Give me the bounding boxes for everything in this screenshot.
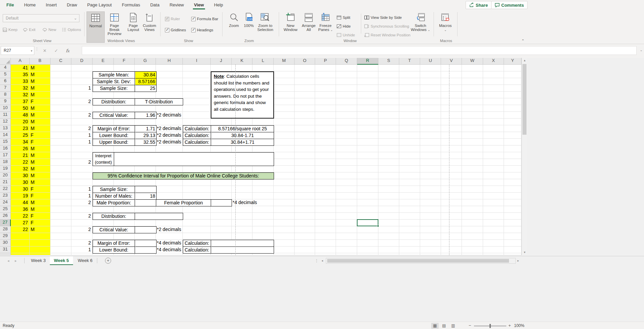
cell-T29[interactable] [399, 233, 420, 240]
cell-T32[interactable] [399, 253, 420, 255]
cell-V13[interactable] [441, 125, 462, 132]
cell-O5[interactable] [295, 71, 315, 78]
cell-T15[interactable] [399, 139, 420, 145]
cell-B10[interactable]: M [30, 105, 50, 112]
name-box-dropdown-icon[interactable]: ▾ [31, 47, 32, 55]
cell-W16[interactable] [462, 145, 483, 152]
cell-Q12[interactable] [336, 119, 357, 125]
cell-Q9[interactable] [336, 98, 357, 105]
cell-P17[interactable] [315, 152, 336, 159]
cell-R10[interactable] [357, 105, 378, 112]
cell-D30[interactable]: 2 [71, 240, 93, 246]
row-header-16[interactable]: 16 [0, 145, 11, 152]
cell-D18[interactable]: 2 [71, 159, 93, 166]
cell-V22[interactable] [441, 186, 462, 193]
row-header-23[interactable]: 23 [0, 193, 11, 199]
tab-data[interactable]: Data [145, 0, 164, 10]
cell-A18[interactable]: 22 [11, 159, 30, 166]
cell-U4[interactable] [420, 65, 441, 71]
hide-button[interactable]: Hide [337, 23, 351, 30]
sheet-nav-left-icon[interactable]: ◂ [7, 256, 9, 265]
switch-windows-button[interactable]: Switch Windows ⌄ [410, 11, 431, 32]
cell-P19[interactable] [315, 166, 336, 172]
cell-H23[interactable] [156, 193, 183, 199]
cell-D27[interactable] [71, 220, 93, 226]
cell-note[interactable]: *4 decimals [233, 199, 275, 206]
row-header-8[interactable]: 8 [0, 92, 11, 98]
cell-Y31[interactable] [504, 246, 521, 253]
cell-W25[interactable] [462, 206, 483, 213]
cell-O6[interactable] [295, 78, 315, 85]
cell-Y20[interactable] [504, 172, 521, 179]
tab-page-layout[interactable]: Page Layout [82, 0, 117, 10]
vertical-scroll-thumb[interactable] [522, 64, 527, 135]
cell-A29[interactable] [11, 233, 30, 240]
collapse-ribbon-icon[interactable]: ⌃ [521, 39, 524, 43]
cell-T14[interactable] [399, 132, 420, 139]
cell-S14[interactable] [378, 132, 399, 139]
cell-P32[interactable] [315, 253, 336, 255]
cell-value[interactable]: 8.57166 [135, 78, 156, 85]
cell-Q6[interactable] [336, 78, 357, 85]
name-box-splitter[interactable]: ⋮ [35, 47, 39, 51]
cell-T25[interactable] [399, 206, 420, 213]
cell-R19[interactable] [357, 166, 378, 172]
cell-C27[interactable] [50, 220, 71, 226]
cell-R22[interactable] [357, 186, 378, 193]
cell-label[interactable]: Interpret(context) [93, 152, 114, 166]
cell-T10[interactable] [399, 105, 420, 112]
cell-L16[interactable] [252, 145, 274, 152]
cell-Y12[interactable] [504, 119, 521, 125]
cell-W7[interactable] [462, 85, 483, 92]
headings-checkbox[interactable]: ✓ Headings [191, 27, 213, 33]
note-box[interactable]: Note: Calculation cells should list the … [211, 71, 274, 119]
cell-D31[interactable]: 1 [71, 246, 93, 253]
cell-M19[interactable] [274, 166, 295, 172]
cell-D28[interactable]: 2 [71, 226, 93, 233]
cell-B13[interactable]: M [30, 125, 50, 132]
cell-T8[interactable] [399, 92, 420, 98]
row-header-22[interactable]: 22 [0, 186, 11, 193]
cell-L26[interactable] [252, 213, 274, 220]
cell-C18[interactable] [50, 159, 71, 166]
cell-S22[interactable] [378, 186, 399, 193]
cell-label[interactable]: Critical Value: [93, 112, 135, 119]
cell-G8[interactable] [135, 92, 156, 98]
cell-Y24[interactable] [504, 199, 521, 206]
cell-I10[interactable] [183, 105, 211, 112]
cell-O4[interactable] [295, 65, 315, 71]
cell-C13[interactable] [50, 125, 71, 132]
cell-value[interactable]: 32.55 [135, 139, 156, 146]
cell-W29[interactable] [462, 233, 483, 240]
cell-R23[interactable] [357, 193, 378, 199]
cell-Y16[interactable] [504, 145, 521, 152]
cell-B6[interactable]: M [30, 78, 50, 85]
row-header-31[interactable]: 31 [0, 246, 11, 253]
cell-V14[interactable] [441, 132, 462, 139]
calculation-label[interactable]: Calculation: [183, 126, 211, 132]
cell-F27[interactable] [114, 220, 135, 226]
cell-D9[interactable]: 2 [71, 98, 93, 105]
cell-P30[interactable] [315, 240, 336, 246]
cell-A23[interactable]: 19 [11, 193, 30, 199]
cell-C32[interactable] [50, 253, 71, 255]
cell-H19[interactable] [156, 166, 183, 172]
cell-R29[interactable] [357, 233, 378, 240]
cell-O30[interactable] [295, 240, 315, 246]
cell-W28[interactable] [462, 226, 483, 233]
cell-G10[interactable] [135, 105, 156, 112]
cell-A31[interactable] [11, 246, 30, 253]
cell-S31[interactable] [378, 246, 399, 253]
cell-W17[interactable] [462, 152, 483, 159]
cell-Q21[interactable] [336, 179, 357, 186]
cell-G16[interactable] [135, 145, 156, 152]
cell-W24[interactable] [462, 199, 483, 206]
row-header-10[interactable]: 10 [0, 105, 11, 112]
cell-X11[interactable] [483, 112, 504, 119]
cell-C29[interactable] [50, 233, 71, 240]
cell-Y25[interactable] [504, 206, 521, 213]
cell-Q16[interactable] [336, 145, 357, 152]
arrange-all-button[interactable]: Arrange All [300, 11, 318, 32]
cell-W20[interactable] [462, 172, 483, 179]
exit-button[interactable]: Exit [23, 26, 35, 33]
